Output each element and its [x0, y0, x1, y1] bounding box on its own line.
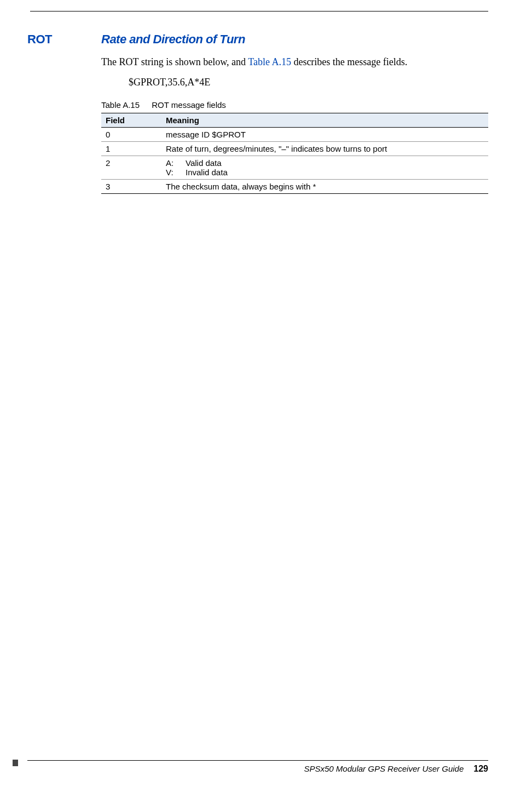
rot-fields-table: Field Meaning 0 message ID $GPROT 1 Rate… — [101, 113, 488, 194]
page-footer: SPSx50 Modular GPS Receiver User Guide 1… — [27, 760, 488, 774]
cell-field: 0 — [101, 128, 161, 142]
header-rule — [30, 11, 488, 12]
meaning-subrow: A: Valid data — [166, 158, 484, 168]
subrow-value: Valid data — [186, 158, 222, 168]
cell-field: 3 — [101, 180, 161, 194]
table-caption: Table A.15 ROT message fields — [101, 100, 488, 110]
table-caption-label: Table A.15 — [101, 100, 140, 110]
section-title: Rate and Direction of Turn — [101, 32, 245, 47]
table-header-row: Field Meaning — [101, 113, 488, 128]
meaning-subrow: V: Invalid data — [166, 168, 484, 177]
subrow-key: V: — [166, 168, 186, 177]
table-reference-link[interactable]: Table A.15 — [248, 56, 291, 67]
intro-paragraph: The ROT string is shown below, and Table… — [101, 55, 488, 69]
subrow-value: Invalid data — [186, 168, 228, 177]
table-row: 0 message ID $GPROT — [101, 128, 488, 142]
intro-text-post: describes the message fields. — [291, 56, 407, 67]
section-abbrev: ROT — [27, 32, 101, 47]
cell-meaning: A: Valid data V: Invalid data — [161, 156, 488, 180]
cell-meaning: Rate of turn, degrees/minutes, "–" indic… — [161, 142, 488, 156]
table-header-field: Field — [101, 113, 161, 128]
table-row: 3 The checksum data, always begins with … — [101, 180, 488, 194]
table-row: 2 A: Valid data V: Invalid data — [101, 156, 488, 180]
page-content: ROT Rate and Direction of Turn The ROT s… — [27, 17, 488, 194]
table-row: 1 Rate of turn, degrees/minutes, "–" ind… — [101, 142, 488, 156]
subrow-key: A: — [166, 158, 186, 168]
cell-meaning: message ID $GPROT — [161, 128, 488, 142]
footer-page-number: 129 — [473, 764, 488, 774]
section-heading: ROT Rate and Direction of Turn — [27, 32, 488, 47]
cell-field: 1 — [101, 142, 161, 156]
table-caption-title: ROT message fields — [152, 100, 226, 110]
cell-meaning: The checksum data, always begins with * — [161, 180, 488, 194]
table-header-meaning: Meaning — [161, 113, 488, 128]
footer-document-title: SPSx50 Modular GPS Receiver User Guide — [304, 764, 464, 773]
cell-field: 2 — [101, 156, 161, 180]
intro-text-pre: The ROT string is shown below, and — [101, 56, 248, 67]
footer-marker-icon — [13, 760, 18, 766]
example-string: $GPROT,35.6,A*4E — [129, 77, 488, 88]
